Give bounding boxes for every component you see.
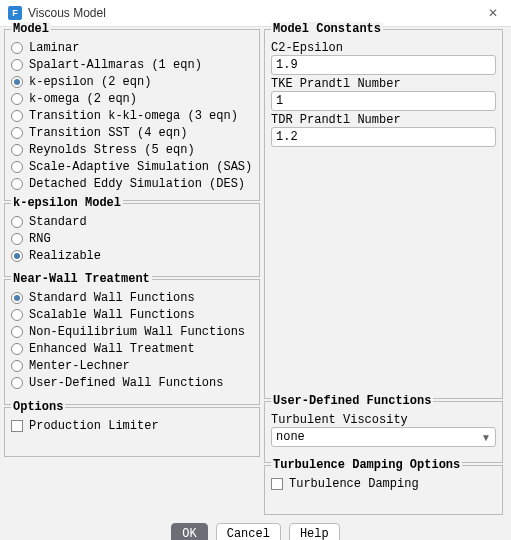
nwt-option-enhanced-wall[interactable]: Enhanced Wall Treatment <box>11 340 253 357</box>
option-label: Realizable <box>29 249 101 263</box>
option-label: Detached Eddy Simulation (DES) <box>29 177 245 191</box>
option-label: Reynolds Stress (5 eqn) <box>29 143 195 157</box>
help-button[interactable]: Help <box>289 523 340 540</box>
radio-icon[interactable] <box>11 309 23 321</box>
radio-icon[interactable] <box>11 377 23 389</box>
radio-icon[interactable] <box>11 127 23 139</box>
model-constants-group: Model Constants C2-Epsilon TKE Prandtl N… <box>264 29 503 399</box>
option-label: Standard Wall Functions <box>29 291 195 305</box>
radio-icon[interactable] <box>11 110 23 122</box>
checkbox-icon[interactable] <box>271 478 283 490</box>
radio-icon[interactable] <box>11 42 23 54</box>
option-turbulence-damping[interactable]: Turbulence Damping <box>271 475 496 492</box>
nwt-option-user-defined-wall[interactable]: User-Defined Wall Functions <box>11 374 253 391</box>
nwt-option-standard-wall[interactable]: Standard Wall Functions <box>11 289 253 306</box>
option-label: User-Defined Wall Functions <box>29 376 223 390</box>
options-group-title: Options <box>11 400 65 414</box>
tdo-group-title: Turbulence Damping Options <box>271 458 462 472</box>
radio-icon[interactable] <box>11 292 23 304</box>
model-option-laminar[interactable]: Laminar <box>11 39 253 56</box>
model-option-spalart-allmaras[interactable]: Spalart-Allmaras (1 eqn) <box>11 56 253 73</box>
model-option-k-omega[interactable]: k-omega (2 eqn) <box>11 90 253 107</box>
radio-icon[interactable] <box>11 59 23 71</box>
app-icon: F <box>8 6 22 20</box>
ok-button[interactable]: OK <box>171 523 207 540</box>
option-label: Menter-Lechner <box>29 359 130 373</box>
nwt-option-scalable-wall[interactable]: Scalable Wall Functions <box>11 306 253 323</box>
option-label: Production Limiter <box>29 419 159 433</box>
right-column: Model Constants C2-Epsilon TKE Prandtl N… <box>264 29 503 515</box>
model-option-sas[interactable]: Scale-Adaptive Simulation (SAS) <box>11 158 253 175</box>
radio-icon[interactable] <box>11 216 23 228</box>
option-label: Enhanced Wall Treatment <box>29 342 195 356</box>
option-label: Non-Equilibrium Wall Functions <box>29 325 245 339</box>
option-label: k-epsilon (2 eqn) <box>29 75 151 89</box>
radio-icon[interactable] <box>11 250 23 262</box>
radio-icon[interactable] <box>11 178 23 190</box>
option-label: k-omega (2 eqn) <box>29 92 137 106</box>
tke-prandtl-input[interactable] <box>271 91 496 111</box>
option-label: Transition SST (4 eqn) <box>29 126 187 140</box>
model-option-des[interactable]: Detached Eddy Simulation (DES) <box>11 175 253 192</box>
radio-icon[interactable] <box>11 233 23 245</box>
near-wall-treatment-group: Near-Wall Treatment Standard Wall Functi… <box>4 279 260 405</box>
tke-prandtl-label: TKE Prandtl Number <box>271 77 496 91</box>
left-column: Model Laminar Spalart-Allmaras (1 eqn) k… <box>4 29 260 515</box>
viscous-model-dialog: F Viscous Model ✕ Model Laminar Spalart-… <box>0 0 511 540</box>
tdr-prandtl-label: TDR Prandtl Number <box>271 113 496 127</box>
nwt-group-title: Near-Wall Treatment <box>11 272 152 286</box>
model-option-reynolds-stress[interactable]: Reynolds Stress (5 eqn) <box>11 141 253 158</box>
radio-icon[interactable] <box>11 93 23 105</box>
radio-icon[interactable] <box>11 76 23 88</box>
window-title: Viscous Model <box>28 6 106 20</box>
cancel-button[interactable]: Cancel <box>216 523 281 540</box>
option-label: Turbulence Damping <box>289 477 419 491</box>
option-label: Transition k-kl-omega (3 eqn) <box>29 109 238 123</box>
nwt-option-menter-lechner[interactable]: Menter-Lechner <box>11 357 253 374</box>
keps-option-realizable[interactable]: Realizable <box>11 247 253 264</box>
content-area: Model Laminar Spalart-Allmaras (1 eqn) k… <box>0 27 511 515</box>
model-group: Model Laminar Spalart-Allmaras (1 eqn) k… <box>4 29 260 201</box>
option-production-limiter[interactable]: Production Limiter <box>11 417 253 434</box>
radio-icon[interactable] <box>11 360 23 372</box>
k-epsilon-model-group: k-epsilon Model Standard RNG Realizable <box>4 203 260 277</box>
c2-epsilon-input[interactable] <box>271 55 496 75</box>
constants-spacer <box>271 147 496 392</box>
option-label: Laminar <box>29 41 79 55</box>
titlebar: F Viscous Model ✕ <box>0 0 511 27</box>
radio-icon[interactable] <box>11 161 23 173</box>
chevron-down-icon: ▼ <box>481 432 491 443</box>
keps-option-standard[interactable]: Standard <box>11 213 253 230</box>
option-label: Scalable Wall Functions <box>29 308 195 322</box>
turbulent-viscosity-label: Turbulent Viscosity <box>271 413 496 427</box>
udf-group-title: User-Defined Functions <box>271 394 433 408</box>
radio-icon[interactable] <box>11 343 23 355</box>
model-option-transition-sst[interactable]: Transition SST (4 eqn) <box>11 124 253 141</box>
options-group: Options Production Limiter <box>4 407 260 457</box>
turbulent-viscosity-select[interactable]: none ▼ <box>271 427 496 447</box>
turbulence-damping-group: Turbulence Damping Options Turbulence Da… <box>264 465 503 515</box>
checkbox-icon[interactable] <box>11 420 23 432</box>
constants-group-title: Model Constants <box>271 22 383 36</box>
c2-epsilon-label: C2-Epsilon <box>271 41 496 55</box>
model-option-transition-kklomega[interactable]: Transition k-kl-omega (3 eqn) <box>11 107 253 124</box>
radio-icon[interactable] <box>11 144 23 156</box>
dialog-button-row: OK Cancel Help <box>0 515 511 540</box>
option-label: RNG <box>29 232 51 246</box>
model-group-title: Model <box>11 22 51 36</box>
keps-group-title: k-epsilon Model <box>11 196 123 210</box>
option-label: Spalart-Allmaras (1 eqn) <box>29 58 202 72</box>
select-value: none <box>276 430 305 444</box>
nwt-option-nonequilibrium-wall[interactable]: Non-Equilibrium Wall Functions <box>11 323 253 340</box>
model-option-k-epsilon[interactable]: k-epsilon (2 eqn) <box>11 73 253 90</box>
title-left: F Viscous Model <box>8 6 106 20</box>
radio-icon[interactable] <box>11 326 23 338</box>
udf-group: User-Defined Functions Turbulent Viscosi… <box>264 401 503 463</box>
option-label: Scale-Adaptive Simulation (SAS) <box>29 160 252 174</box>
close-icon[interactable]: ✕ <box>483 6 503 20</box>
tdr-prandtl-input[interactable] <box>271 127 496 147</box>
keps-option-rng[interactable]: RNG <box>11 230 253 247</box>
option-label: Standard <box>29 215 87 229</box>
